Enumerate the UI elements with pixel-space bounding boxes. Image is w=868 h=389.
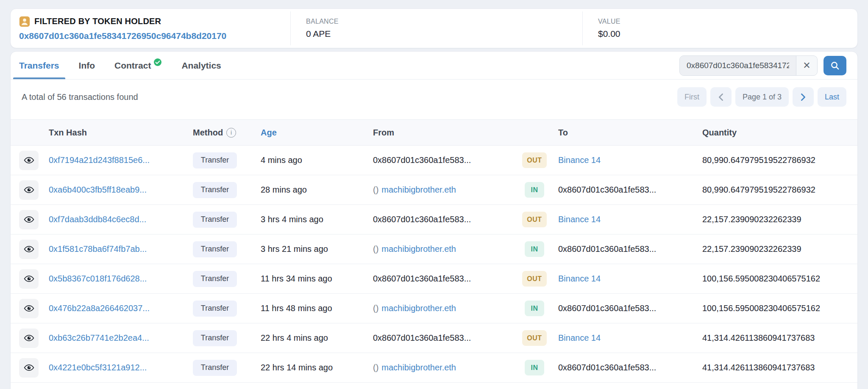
direction-badge: IN	[525, 360, 544, 375]
method-badge: Transfer	[193, 241, 237, 257]
from-cell: ()machibigbrother.eth	[373, 185, 511, 195]
next-page-button[interactable]	[793, 87, 814, 107]
txn-hash-link[interactable]: 0x1f581c78ba6f74fb7ab...	[49, 244, 147, 254]
eye-preview-button[interactable]	[19, 299, 39, 318]
value-label: VALUE	[598, 18, 857, 25]
tab-label: Contract	[114, 61, 151, 71]
prev-page-button[interactable]	[710, 87, 732, 107]
eye-icon	[24, 273, 34, 284]
tab-analytics[interactable]: Analytics	[181, 52, 221, 79]
eye-preview-button[interactable]	[19, 269, 39, 289]
from-address-link[interactable]: machibigbrother.eth	[381, 303, 456, 313]
txn-hash-link[interactable]: 0x4221e0bc5f3121a912...	[49, 363, 147, 372]
table-row: 0xf7daab3ddb84c6ec8d... Transfer 3 hrs 4…	[11, 205, 857, 235]
quantity-cell: 22,157.239090232262339	[702, 215, 857, 224]
eye-icon	[24, 185, 34, 195]
txn-hash-link[interactable]: 0x476b22a8a266462037...	[49, 303, 150, 313]
to-address-text: 0x8607d01c360a1fe583...	[558, 363, 656, 372]
method-badge: Transfer	[193, 212, 237, 228]
eye-icon	[24, 303, 34, 314]
method-info-icon[interactable]: i	[226, 128, 236, 138]
eye-icon	[24, 244, 34, 254]
filter-search-input[interactable]	[680, 56, 796, 75]
from-address-text: 0x8607d01c360a1fe583...	[373, 155, 471, 165]
to-cell: Binance 14	[558, 274, 702, 284]
to-address-text: 0x8607d01c360a1fe583...	[558, 244, 656, 254]
tab-label: Analytics	[181, 61, 221, 71]
from-cell: 0x8607d01c360a1fe583...	[373, 333, 511, 343]
direction-badge: OUT	[522, 212, 547, 227]
filter-label: FILTERED BY TOKEN HOLDER	[34, 17, 161, 26]
filter-holder-section: FILTERED BY TOKEN HOLDER 0x8607d01c360a1…	[11, 9, 290, 48]
eye-preview-button[interactable]	[19, 151, 39, 170]
first-page-button[interactable]: First	[677, 87, 707, 107]
tab-bar: Transfers Info Contract Analytics	[11, 52, 857, 80]
table-row: 0x4221e0bc5f3121a912... Transfer 22 hrs …	[11, 353, 857, 383]
eye-icon	[24, 155, 34, 166]
txn-hash-link[interactable]: 0xf7daab3ddb84c6ec8d...	[49, 215, 146, 224]
to-address-link[interactable]: Binance 14	[558, 215, 601, 224]
txn-hash-link[interactable]: 0xb63c26b7741e2b2ea4...	[49, 333, 149, 342]
quantity-cell: 100,156.595008230406575162	[702, 303, 857, 313]
to-cell: 0x8607d01c360a1fe583...	[558, 303, 702, 313]
balance-section: BALANCE 0 APE	[291, 9, 582, 48]
to-address-link[interactable]: Binance 14	[558, 274, 601, 283]
tab-label: Transfers	[19, 61, 59, 71]
from-address-text: 0x8607d01c360a1fe583...	[373, 274, 471, 284]
to-address-link[interactable]: Binance 14	[558, 333, 601, 342]
method-badge: Transfer	[193, 152, 237, 168]
age-cell: 3 hrs 21 mins ago	[261, 244, 373, 254]
tab-contract[interactable]: Contract	[114, 52, 162, 79]
from-cell: ()machibigbrother.eth	[373, 303, 511, 313]
last-page-button[interactable]: Last	[818, 87, 846, 107]
txn-hash-link[interactable]: 0xf7194a21d243f8815e6...	[49, 155, 150, 165]
eye-icon	[24, 362, 34, 373]
main-card: Transfers Info Contract Analytics	[10, 51, 858, 389]
from-address-link[interactable]: machibigbrother.eth	[381, 185, 456, 195]
token-holder-icon	[19, 16, 30, 27]
direction-badge: IN	[525, 182, 544, 198]
eye-preview-button[interactable]	[19, 240, 39, 259]
verified-check-icon	[153, 58, 162, 66]
search-button[interactable]	[823, 56, 846, 75]
balance-value: 0 APE	[306, 29, 582, 39]
eye-preview-button[interactable]	[19, 210, 39, 229]
method-badge: Transfer	[193, 360, 237, 376]
eye-preview-button[interactable]	[19, 328, 39, 348]
table-header: Txn Hash Method i Age From To Quantity	[11, 119, 857, 146]
search-icon	[830, 61, 840, 71]
from-address-link[interactable]: machibigbrother.eth	[381, 363, 456, 372]
info-row: A total of 56 transactions found First P…	[11, 80, 857, 119]
table-row: 0xb63c26b7741e2b2ea4... Transfer 22 hrs …	[11, 323, 857, 353]
eye-preview-button[interactable]	[19, 358, 39, 378]
ens-code-icon: ()	[373, 363, 378, 372]
age-header-link[interactable]: Age	[261, 128, 277, 137]
age-cell: 22 hrs 4 mins ago	[261, 333, 373, 343]
direction-badge: OUT	[522, 271, 547, 287]
direction-badge: IN	[525, 301, 544, 316]
to-address-link[interactable]: Binance 14	[558, 155, 601, 165]
clear-filter-button[interactable]: ✕	[796, 56, 817, 75]
from-cell: 0x8607d01c360a1fe583...	[373, 155, 511, 165]
table-row: 0xa6b400c3fb5ff18eab9... Transfer 28 min…	[11, 175, 857, 205]
filter-label-row: FILTERED BY TOKEN HOLDER	[19, 16, 290, 27]
eye-icon	[24, 214, 34, 225]
header-to: To	[558, 128, 702, 138]
eye-preview-button[interactable]	[19, 180, 39, 200]
table-row: 0x1f581c78ba6f74fb7ab... Transfer 3 hrs …	[11, 235, 857, 264]
to-address-text: 0x8607d01c360a1fe583...	[558, 185, 656, 194]
txn-hash-link[interactable]: 0xa6b400c3fb5ff18eab9...	[49, 185, 147, 194]
tab-transfers[interactable]: Transfers	[19, 52, 59, 79]
tab-info[interactable]: Info	[79, 52, 95, 79]
ens-code-icon: ()	[373, 244, 378, 254]
from-address-link[interactable]: machibigbrother.eth	[381, 244, 456, 254]
transfers-table-body: 0xf7194a21d243f8815e6... Transfer 4 mins…	[11, 146, 857, 383]
from-cell: 0x8607d01c360a1fe583...	[373, 274, 511, 284]
txn-hash-link[interactable]: 0x5b8367c018f176d628...	[49, 274, 147, 283]
holder-address-link[interactable]: 0x8607d01c360a1fe58341726950c96474b8d201…	[19, 31, 290, 41]
header-from: From	[373, 128, 511, 138]
search-box: ✕	[679, 55, 818, 76]
to-cell: 0x8607d01c360a1fe583...	[558, 185, 702, 195]
pagination: First Page 1 of 3 Last	[677, 87, 846, 107]
method-badge: Transfer	[193, 182, 237, 198]
